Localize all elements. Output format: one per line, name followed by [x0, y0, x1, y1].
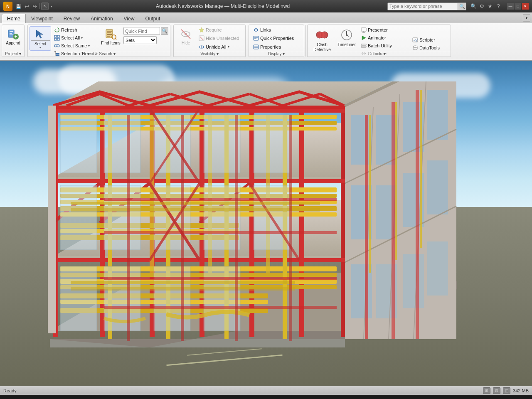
status-text: Ready: [3, 388, 17, 393]
svg-marker-50: [362, 36, 366, 40]
refresh-button[interactable]: Refresh: [52, 26, 98, 34]
quick-properties-button[interactable]: Quick Properties: [251, 34, 301, 42]
append-button[interactable]: + Append: [4, 26, 22, 47]
viewport[interactable]: [0, 61, 532, 386]
scripter-button[interactable]: </> Scripter: [411, 36, 448, 44]
svg-rect-179: [235, 115, 238, 341]
tab-home[interactable]: Home: [2, 14, 26, 23]
tab-animation[interactable]: Animation: [85, 14, 118, 23]
svg-marker-6: [36, 30, 43, 38]
svg-rect-169: [104, 198, 337, 201]
svg-point-12: [57, 44, 59, 47]
timeliner-button[interactable]: TimeLiner: [336, 26, 357, 51]
building-3d: [21, 81, 511, 364]
batch-utility-button[interactable]: Batch Utility: [359, 42, 409, 49]
qa-undo-button[interactable]: ↩: [23, 2, 30, 10]
svg-rect-149: [420, 90, 422, 248]
group-tools-label: Tools ▾: [308, 51, 451, 56]
maximize-button[interactable]: □: [515, 3, 521, 10]
tab-output[interactable]: Output: [140, 14, 165, 23]
quick-access-toolbar: 💾 ↩ ↪ ↖ ▾: [15, 2, 54, 10]
sets-dropdown[interactable]: Sets: [123, 36, 157, 44]
links-button[interactable]: Links: [251, 26, 301, 34]
svg-rect-9: [54, 38, 57, 40]
qa-dropdown-button[interactable]: ▾: [49, 2, 54, 10]
memory-usage: 342 MB: [513, 388, 529, 393]
svg-rect-100: [60, 212, 337, 217]
group-select-label: Select & Search ▾: [28, 51, 170, 56]
search-input[interactable]: [387, 2, 458, 10]
datatools-label: DataTools: [419, 45, 440, 50]
svg-rect-52: [361, 46, 366, 47]
svg-rect-113: [60, 127, 337, 131]
scripter-label: Scripter: [419, 37, 435, 42]
ribbon: Home Viewpoint Review Animation View Out…: [0, 12, 532, 61]
svg-rect-177: [127, 115, 130, 341]
qa-save-button[interactable]: 💾: [15, 2, 22, 10]
tab-view[interactable]: View: [118, 14, 140, 23]
view-mode-button-2[interactable]: ⊡: [493, 387, 500, 394]
svg-point-34: [201, 46, 202, 47]
presenter-button[interactable]: Presenter: [359, 26, 409, 34]
svg-rect-112: [60, 121, 337, 125]
help-button[interactable]: ?: [495, 2, 502, 10]
statusbar: Ready ⊞ ⊡ ◫ 342 MB: [0, 386, 532, 395]
presenter-label: Presenter: [368, 27, 388, 32]
ribbon-content: + Append Project ▾ Select ▾: [0, 23, 532, 60]
hide-button[interactable]: Hide: [176, 26, 195, 51]
require-button[interactable]: Require: [197, 26, 243, 34]
select-same-label: Select Same: [61, 43, 87, 48]
find-items-button[interactable]: Find Items: [99, 26, 122, 51]
quick-find-go-button[interactable]: 🔍: [161, 27, 168, 35]
view-mode-button-3[interactable]: ◫: [503, 387, 510, 394]
hide-unselected-button[interactable]: Hide Unselected: [197, 34, 243, 42]
svg-rect-178: [181, 115, 184, 341]
tab-viewpoint[interactable]: Viewpoint: [26, 14, 58, 23]
svg-rect-23: [107, 34, 112, 35]
qa-pointer-button[interactable]: ↖: [41, 2, 49, 10]
search-go-button[interactable]: 🔍: [458, 2, 466, 10]
svg-rect-124: [283, 262, 287, 339]
star-button[interactable]: ★: [486, 2, 494, 10]
quick-find-input[interactable]: [123, 27, 160, 35]
qa-redo-button[interactable]: ↪: [31, 2, 38, 10]
view-mode-button-1[interactable]: ⊞: [483, 387, 490, 394]
animator-label: Animator: [368, 35, 386, 40]
select-same-button[interactable]: Select Same ▾: [52, 42, 98, 49]
svg-rect-155: [60, 185, 97, 250]
minimize-button[interactable]: —: [507, 3, 514, 10]
svg-rect-174: [71, 208, 320, 212]
svg-rect-173: [71, 202, 320, 205]
svg-line-29: [181, 30, 190, 39]
close-button[interactable]: ✕: [522, 3, 529, 10]
group-project-label: Project ▾: [2, 51, 24, 56]
svg-rect-180: [289, 115, 292, 341]
group-tools: Clash Detective TimeLiner: [307, 25, 451, 57]
svg-point-60: [413, 46, 417, 47]
group-visibility: Hide Require Hide Unselected Unhide All …: [173, 25, 246, 57]
svg-rect-7: [54, 35, 57, 37]
unhide-all-button[interactable]: Unhide All ▾: [197, 43, 243, 51]
properties-button[interactable]: Properties: [251, 43, 301, 51]
group-display: Links Quick Properties Properties Displa…: [249, 25, 304, 57]
animator-button[interactable]: Animator: [359, 34, 409, 42]
select-button[interactable]: Select ▾: [30, 26, 51, 51]
titlebar-tools: 🔍 ⚙ ★ ? — □ ✕: [470, 2, 529, 10]
svg-rect-153: [204, 115, 240, 173]
find-items-label: Find Items: [101, 41, 121, 45]
clash-detective-button[interactable]: Clash Detective: [310, 26, 334, 51]
batch-utility-label: Batch Utility: [368, 43, 392, 48]
svg-rect-3: [10, 34, 13, 35]
svg-rect-104: [60, 266, 337, 271]
settings-button[interactable]: ⚙: [478, 2, 485, 10]
quick-properties-label: Quick Properties: [260, 36, 294, 41]
tab-review[interactable]: Review: [58, 14, 85, 23]
app-icon: N: [3, 2, 12, 11]
svg-rect-133: [427, 160, 448, 214]
unhide-all-label: Unhide All: [206, 44, 227, 49]
help-search-button[interactable]: 🔍: [470, 2, 477, 10]
statusbar-right: ⊞ ⊡ ◫ 342 MB: [483, 387, 529, 394]
ribbon-collapse-button[interactable]: ▾: [523, 14, 530, 22]
select-all-button[interactable]: Select All ▾: [52, 34, 98, 42]
group-visibility-label: Visibility ▾: [174, 51, 245, 56]
